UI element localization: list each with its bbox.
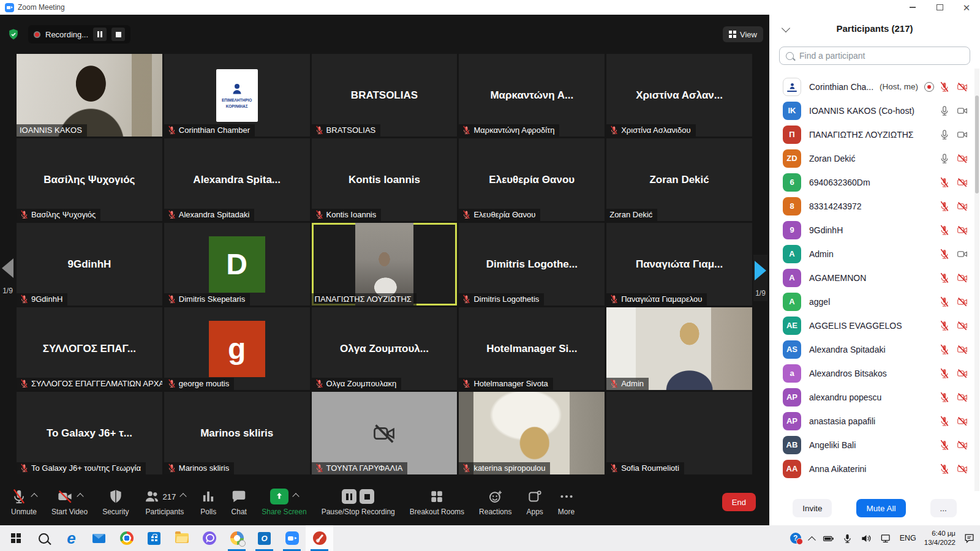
video-tile[interactable]: Hotelmanager Si... Hotelmanager Sivota <box>459 307 605 390</box>
toolbar-polls[interactable]: Polls <box>193 479 224 525</box>
participant-camera-icon[interactable] <box>957 440 968 451</box>
participant-row[interactable]: ZD Zoran Dekić <box>769 146 980 170</box>
video-tile[interactable]: Sofia Roumelioti <box>606 392 752 474</box>
participant-camera-icon[interactable] <box>957 416 968 427</box>
participant-row[interactable]: a Alexandros Bitsakos <box>769 361 980 385</box>
video-tile[interactable]: Μαρκαντώνη Α... Μαρκαντώνη Αφροδίτη <box>459 54 605 137</box>
chrome-taskbar-button[interactable] <box>113 525 140 551</box>
toolbar-reactions[interactable]: Reactions <box>472 479 519 525</box>
participant-row[interactable]: IK IOANNIS KAKOS (Co-host) <box>769 99 980 122</box>
participant-camera-icon[interactable] <box>957 344 968 355</box>
participant-row[interactable]: 8 83314243972 <box>769 194 980 218</box>
participant-mic-icon[interactable] <box>939 463 950 474</box>
language-indicator[interactable]: ENG <box>900 534 916 542</box>
previous-page-button[interactable]: 1/9 <box>2 258 13 295</box>
minimize-button[interactable] <box>899 0 926 15</box>
video-tile[interactable]: Admin <box>606 307 752 390</box>
participant-row[interactable]: Corinthian Cha... (Host, me) <box>769 75 980 99</box>
toolbar-breakout-rooms[interactable]: Breakout Rooms <box>402 479 472 525</box>
participant-mic-icon[interactable] <box>939 81 950 92</box>
participant-mic-icon[interactable] <box>939 177 950 188</box>
toolbar-chat[interactable]: Chat <box>224 479 254 525</box>
participant-mic-icon[interactable] <box>939 129 950 140</box>
end-button[interactable]: End <box>722 493 756 511</box>
toolbar-share-screen[interactable]: Share Screen <box>254 479 314 525</box>
toolbar-apps[interactable]: Apps <box>519 479 550 525</box>
edge-taskbar-button[interactable]: e <box>58 525 85 551</box>
participants-scrollbar[interactable] <box>974 69 979 491</box>
close-button[interactable]: ✕ <box>953 0 980 15</box>
participant-camera-icon[interactable] <box>957 105 968 116</box>
stop-recording-button[interactable] <box>111 28 125 41</box>
chevron-up-icon[interactable] <box>292 493 299 500</box>
participant-camera-icon[interactable] <box>957 296 968 307</box>
video-tile[interactable]: Βασίλης Ψυχογιός Βασίλης Ψυχογιός <box>17 138 162 221</box>
start-taskbar-button[interactable] <box>2 525 30 551</box>
participant-row[interactable]: AE AGGELIS EVAGGELOS <box>769 313 980 337</box>
participant-camera-icon[interactable] <box>957 177 968 188</box>
video-tile[interactable]: ΤΟΥΝΤΑ ΓΑΡΥΦΑΛΙΑ <box>312 392 458 474</box>
video-tile[interactable]: 9GdinhH 9GdinhH <box>17 223 162 305</box>
toolbar-more[interactable]: More <box>551 479 582 525</box>
participant-camera-icon[interactable] <box>957 201 968 212</box>
video-tile[interactable]: katerina spiropoulou <box>459 392 605 474</box>
video-tile[interactable]: Dimitris Logothe... Dimitris Logothetis <box>459 223 605 305</box>
participant-camera-icon[interactable] <box>957 463 968 474</box>
toolbar-unmute[interactable]: Unmute <box>4 479 44 525</box>
participant-camera-icon[interactable] <box>957 81 968 92</box>
mail-taskbar-button[interactable] <box>85 525 113 551</box>
video-tile[interactable]: Ελευθερία Θανου Ελευθερία Θανου <box>459 138 605 221</box>
participants-more-button[interactable]: ... <box>930 499 957 517</box>
participant-row[interactable]: 9 9GdinhH <box>769 218 980 242</box>
participant-row[interactable]: A Admin <box>769 242 980 266</box>
participant-mic-icon[interactable] <box>939 249 950 260</box>
participant-camera-icon[interactable] <box>957 320 968 331</box>
toolbar-start-video[interactable]: Start Video <box>44 479 95 525</box>
participant-camera-icon[interactable] <box>957 225 968 236</box>
restore-button[interactable] <box>926 0 953 15</box>
toolbar-security[interactable]: Security <box>95 479 136 525</box>
participant-row[interactable]: AB Angeliki Bali <box>769 433 980 457</box>
participant-camera-icon[interactable] <box>957 272 968 283</box>
battery-icon[interactable] <box>823 533 834 544</box>
taskbar-clock[interactable]: 6:40 μμ 13/4/2022 <box>924 529 956 547</box>
view-button[interactable]: View <box>723 26 763 42</box>
collapse-panel-chevron-icon[interactable] <box>782 24 790 32</box>
snip-taskbar-button[interactable] <box>306 525 333 551</box>
participant-mic-icon[interactable] <box>939 320 950 331</box>
participant-row[interactable]: AP anastasia papafili <box>769 409 980 433</box>
mute-all-button[interactable]: Mute All <box>856 499 905 517</box>
participant-camera-icon[interactable] <box>957 249 968 260</box>
microphone-tray-icon[interactable] <box>842 533 853 544</box>
participant-row[interactable]: AA Anna Aikaterini <box>769 457 980 481</box>
video-tile[interactable]: ΠΑΝΑΓΙΩΤΗΣ ΛΟΥΖΙΩΤΗΣ <box>312 223 458 305</box>
find-participant-input[interactable] <box>798 50 963 61</box>
video-tile[interactable]: IOANNIS KAKOS <box>17 54 162 137</box>
video-tile[interactable]: Ολγα Ζουμπουλ... Ολγα Ζουμπουλακη <box>312 307 458 390</box>
video-tile[interactable]: Alexandra Spita... Alexandra Spitadaki <box>164 138 310 221</box>
participant-mic-icon[interactable] <box>939 105 950 116</box>
meeting-security-shield-icon[interactable] <box>7 28 20 40</box>
toolbar-pause-stop-recording[interactable]: Pause/Stop Recording <box>314 479 402 525</box>
hidden-icons-chevron-icon[interactable] <box>808 536 816 544</box>
participant-mic-icon[interactable] <box>939 272 950 283</box>
participant-row[interactable]: A AGAMEMNON <box>769 266 980 290</box>
participant-camera-icon[interactable] <box>957 368 968 379</box>
participant-row[interactable]: AS Alexandra Spitadaki <box>769 337 980 361</box>
video-tile[interactable]: Το Galaxy J6+ τ... Το Galaxy J6+ του/της… <box>17 392 162 474</box>
chevron-up-icon[interactable] <box>180 493 187 500</box>
pause-recording-button[interactable] <box>93 28 107 41</box>
chevron-up-icon[interactable] <box>31 493 37 500</box>
participant-row[interactable]: Π ΠΑΝΑΓΙΩΤΗΣ ΛΟΥΖΙΩΤΗΣ <box>769 122 980 146</box>
invite-button[interactable]: Invite <box>793 499 832 517</box>
file-explorer-taskbar-button[interactable] <box>168 525 195 551</box>
participant-mic-icon[interactable] <box>939 153 950 164</box>
action-center-icon[interactable] <box>963 533 975 544</box>
video-tile[interactable]: D Dimitris Skepetaris <box>164 223 310 305</box>
chevron-up-icon[interactable] <box>77 493 83 500</box>
participant-mic-icon[interactable] <box>939 440 950 451</box>
meeting-taskbar-button[interactable] <box>223 525 251 551</box>
participant-row[interactable]: A aggel <box>769 290 980 313</box>
participant-mic-icon[interactable] <box>939 392 950 403</box>
video-tile[interactable]: g george moutis <box>164 307 310 390</box>
